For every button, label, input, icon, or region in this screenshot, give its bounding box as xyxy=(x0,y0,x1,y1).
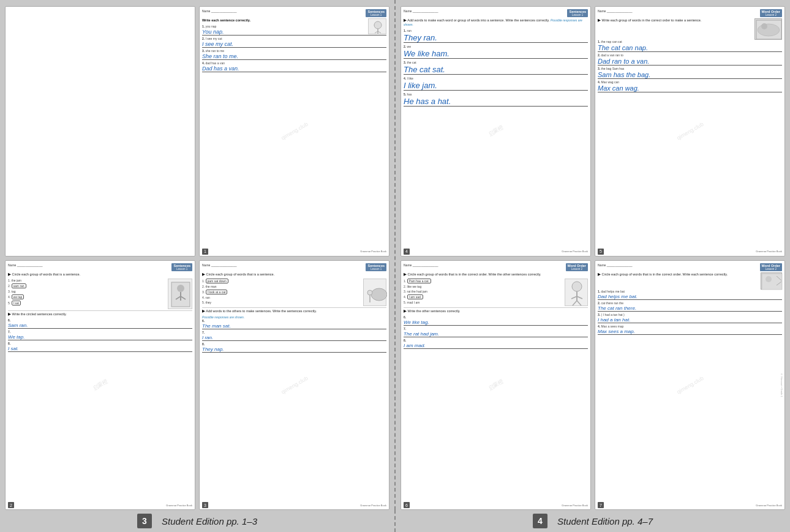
ws7-footer-text: Grammar Practice Book xyxy=(756,504,782,507)
ws5-answer-3: Sam has the bag. xyxy=(598,71,782,79)
ws4-instruction: ▶ Add words to make each word or group o… xyxy=(404,18,588,27)
ws2-prompt-8: 8. xyxy=(8,342,192,345)
ws6-badge-lesson: Lesson 2 xyxy=(568,268,586,271)
ws7-side-text: © Harcourt • Grade 1 xyxy=(780,373,783,397)
top-worksheets-left: Name _______________ Sentences Lesson 1 xyxy=(5,6,389,257)
ws2-instruction-text: Circle each group of words that is a sen… xyxy=(12,272,81,276)
ws4-answer-5: He has a hat. xyxy=(404,97,588,107)
ws2-item-8: 8. I sat. xyxy=(8,342,192,352)
ws6-instruction-text: Circle each group of words that is in th… xyxy=(408,272,541,276)
ws6-badge-title: Word Order xyxy=(568,264,586,268)
worksheet-5: Name _______________ Word Order Lesson 2… xyxy=(595,6,785,257)
ws6-content: 1. Pam has a cat. 2. like we tag 3. rat … xyxy=(404,279,588,306)
ws3-items: 1. pam sat down 2. the man 3. I look at … xyxy=(202,279,361,306)
ws2-circle-5: I sat xyxy=(12,301,21,305)
ws3-answer-6: The man sat. xyxy=(202,323,386,329)
ws2-item-6: 6. Sam ran. xyxy=(8,318,192,329)
ws5-illustration xyxy=(754,18,782,40)
ws3-footer-text: Grammar Practice Book xyxy=(360,504,386,507)
ws6-instruction2: ▶ Write the other sentences correctly. xyxy=(404,309,588,313)
ws6-row-1: 1. Pam has a cat. xyxy=(404,279,562,283)
ws5-badge: Word Order Lesson 2 xyxy=(760,9,782,17)
ws7-answer-3: I had a tan hat. xyxy=(598,317,782,323)
ws4-item-1: 1. ran They ran. xyxy=(404,29,588,43)
ws6-row-5: 5. mad I am xyxy=(404,301,562,304)
ws4-prompt-2: 2. we xyxy=(404,45,588,48)
ws3-footer: 3 Grammar Practice Book xyxy=(200,502,389,508)
svg-point-14 xyxy=(761,23,767,29)
ws4-item-3: 3. the cat The cat sat. xyxy=(404,61,588,75)
ws4-item-4: 4. I like I like jam. xyxy=(404,77,588,91)
ws2-illustration xyxy=(168,279,192,309)
ws7-prompt-2: 2. cat there ran the xyxy=(598,301,782,305)
ws2-row-1: 1. the jam xyxy=(8,279,165,282)
ws7-badge: Word Order Lesson 2 xyxy=(760,263,782,271)
ws7-prompt-4: 4. Max a sees map xyxy=(598,324,782,328)
ws6-answer-8: I am mad. xyxy=(404,343,588,349)
ws6-illustration xyxy=(565,279,588,306)
ws5-instruction-text: Write each group of words in the correct… xyxy=(602,18,702,22)
ws2-footer-text: Grammar Practice Book xyxy=(166,504,192,507)
left-page-number[interactable]: 3 xyxy=(137,514,152,528)
ws6-answer-7: The rat had jam. xyxy=(404,331,588,337)
ws1-answer-1: You nap. xyxy=(202,29,386,36)
ws2-row-5: 5. I sat xyxy=(8,301,165,305)
ws3-prompt-7: 7. xyxy=(202,331,386,334)
ws2-item-7: 7. We tap. xyxy=(8,330,192,340)
svg-point-13 xyxy=(758,24,780,36)
ws5-answer-1: The cat can nap. xyxy=(598,44,782,52)
ws5-answer-4: Max can wag. xyxy=(598,84,782,92)
ws7-header: Name _______________ Word Order Lesson 2 xyxy=(598,263,782,271)
ws3-row-3: 3. I look at a cat xyxy=(202,290,361,294)
ws2-instruction: ▶ Circle each group of words that is a s… xyxy=(8,272,192,277)
ws7-prompt-3: 3. ( I had a tan hat ) xyxy=(598,313,782,317)
ws3-watermark: qimeng.club xyxy=(280,375,309,395)
svg-point-0 xyxy=(374,21,382,29)
left-section: Name _______________ Sentences Lesson 1 xyxy=(0,0,394,510)
svg-point-5 xyxy=(177,285,184,292)
right-page-number[interactable]: 4 xyxy=(533,514,547,528)
svg-rect-21 xyxy=(762,274,782,290)
ws5-watermark: qimeng.club xyxy=(675,121,704,141)
ws3-row-1: 1. pam sat down xyxy=(202,279,361,283)
ws3-divider xyxy=(202,307,386,308)
ws4-badge-lesson: Lesson 1 xyxy=(569,13,586,17)
ws2-row-4: 4. we tap xyxy=(8,294,165,299)
ws3-row-4: 4. ran xyxy=(202,296,361,299)
ws5-footer-text: Grammar Practice Book xyxy=(756,250,782,253)
right-section: Name _______________ Sentences Lesson 1 … xyxy=(394,0,790,510)
ws5-prompt-3: 3. the bag Sam has xyxy=(598,67,782,70)
left-bottom-label: Student Edition pp. 1–3 xyxy=(162,516,257,526)
ws7-answer-2: The cat ran there. xyxy=(598,305,782,312)
ws3-instruction: ▶ Circle each group of words that is a s… xyxy=(202,272,386,277)
ws5-answer-2: Dad ran to a van. xyxy=(598,58,782,66)
ws7-name-label: Name _______________ xyxy=(598,263,632,267)
ws4-answer-2: We like ham. xyxy=(404,49,588,59)
ws7-watermark: qimeng.club xyxy=(675,375,704,395)
ws4-item-2: 2. we We like ham. xyxy=(404,45,588,59)
ws6-row-3: 3. rat the had jam xyxy=(404,290,562,293)
ws2-badge-title: Sentences xyxy=(173,264,190,268)
bottom-worksheets-right: Name _______________ Word Order Lesson 2… xyxy=(401,260,785,511)
ws4-watermark: 启蒙橙 xyxy=(487,124,505,139)
ws2-circle-2: sam ran xyxy=(12,283,26,288)
ws3-name-label: Name _______________ xyxy=(202,263,236,267)
ws3-badge-lesson: Lesson 1 xyxy=(367,268,385,271)
svg-point-10 xyxy=(367,290,372,295)
ws3-circle-1: pam sat down xyxy=(206,279,228,283)
ws6-prompt-8: 8. xyxy=(404,339,588,342)
ws7-page-num: 7 xyxy=(598,502,604,508)
ws2-prompt-7: 7. xyxy=(8,330,192,334)
ws7-badge-lesson: Lesson 2 xyxy=(762,268,780,271)
right-bottom-label: Student Edition pp. 4–7 xyxy=(557,516,653,526)
ws4-prompt-1: 1. ran xyxy=(404,29,588,32)
ws2-answer-7: We tap. xyxy=(8,334,192,340)
ws6-prompt-6: 6. xyxy=(404,315,588,319)
ws5-header: Name _______________ Word Order Lesson 2 xyxy=(598,9,782,17)
ws1-illustration xyxy=(368,18,386,34)
worksheet-7: Name _______________ Word Order Lesson 2… xyxy=(595,260,785,511)
ws6-watermark: 启蒙橙 xyxy=(487,377,505,392)
ws7-item-2: 2. cat there ran the The cat ran there. xyxy=(598,301,782,312)
ws4-footer: 4 Grammar Practice Book xyxy=(401,249,590,255)
ws4-instruction-text: Add words to make each word or group of … xyxy=(407,18,549,22)
